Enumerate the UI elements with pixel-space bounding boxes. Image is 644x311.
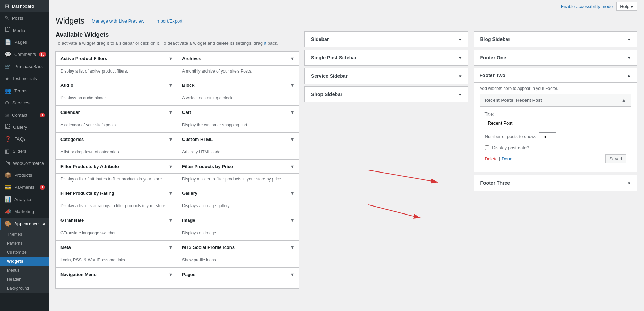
widget-calendar-header[interactable]: Calendar ▾ <box>56 106 177 119</box>
action-separator: | <box>498 157 502 161</box>
sidebar-item-label: Teams <box>14 88 27 93</box>
sidebar-item-services[interactable]: ⚙ Services <box>0 97 49 109</box>
available-widgets-desc: To activate a widget drag it to a sideba… <box>56 40 299 47</box>
chevron-down-icon: ▾ <box>291 190 294 196</box>
import-export-button[interactable]: Import/Export <box>152 17 186 25</box>
widget-filter-by-rating: Filter Products by Rating ▾ Display a li… <box>55 186 177 213</box>
themes-label: Themes <box>7 232 22 237</box>
sidebar-item-label: Analytics <box>14 197 32 202</box>
sidebar-item-media[interactable]: 🖼 Media <box>0 24 49 36</box>
customize-label: Customize <box>7 250 27 255</box>
sidebar-item-sliders[interactable]: ◧ Sliders <box>0 145 49 157</box>
sidebar-item-payments[interactable]: 💳 Payments 1 <box>0 181 49 193</box>
posts-count-label: Number of posts to show: <box>485 134 536 139</box>
posts-count-input[interactable] <box>539 132 556 141</box>
widget-meta-header[interactable]: Meta ▾ <box>56 241 177 254</box>
comments-badge: 15 <box>39 52 46 57</box>
sidebar-item-contact[interactable]: ✉ Contact 1 <box>0 109 49 121</box>
widget-filter-by-rating-header[interactable]: Filter Products by Rating ▾ <box>56 186 177 200</box>
sidebar-item-teams[interactable]: 👥 Teams <box>0 85 49 97</box>
sidebar-item-analytics[interactable]: 📊 Analytics <box>0 193 49 205</box>
sidebar-item-gallery[interactable]: 🖼 Gallery <box>0 121 49 133</box>
it-link[interactable]: it <box>264 41 267 46</box>
manage-live-preview-button[interactable]: Manage with Live Preview <box>88 17 148 25</box>
sidebar-item-label: FAQs <box>14 136 26 142</box>
chevron-down-icon: ▾ <box>169 136 172 143</box>
shop-sidebar-panel: Shop Sidebar ▾ <box>304 86 468 102</box>
sidebar-item-woocommerce[interactable]: 🛍 WooCommerce <box>0 157 49 169</box>
recent-posts-widget-header[interactable]: Recent Posts: Recent Post ▲ <box>480 94 631 107</box>
footer-two-desc: Add widgets here to appear in your Foote… <box>480 86 631 91</box>
help-button[interactable]: Help ▾ <box>616 2 637 11</box>
widget-active-product-filters-header[interactable]: Active Product Filters ▾ <box>56 52 177 66</box>
services-icon: ⚙ <box>5 100 9 106</box>
chevron-down-icon: ▾ <box>628 55 630 60</box>
chevron-down-icon: ▾ <box>169 190 172 196</box>
appearance-collapse-icon: ◄ <box>41 221 46 226</box>
page-header: Widgets Manage with Live Preview Import/… <box>56 16 637 26</box>
widget-navigation-menu-header[interactable]: Navigation Menu ▾ <box>56 268 177 281</box>
chevron-up-icon: ▲ <box>622 98 626 103</box>
sidebar-item-pages[interactable]: 📄 Pages <box>0 36 49 48</box>
sidebar-panel-header[interactable]: Sidebar ▾ <box>305 32 468 47</box>
single-post-sidebar-panel-header[interactable]: Single Post Sidebar ▾ <box>305 50 468 65</box>
title-label: Title: <box>485 111 626 117</box>
sidebar-item-comments[interactable]: 💬 Comments 15 <box>0 48 49 60</box>
widget-action-links: Delete | Done <box>485 156 513 161</box>
widget-block-header[interactable]: Block ▾ <box>177 78 299 92</box>
chevron-down-icon: ▾ <box>169 271 172 278</box>
done-link[interactable]: Done <box>502 156 512 161</box>
footer-two-panel-header[interactable]: Footer Two ▲ <box>474 68 637 82</box>
chevron-down-icon: ▾ <box>459 92 462 97</box>
widget-cart-header[interactable]: Cart ▾ <box>177 106 299 119</box>
accessibility-link[interactable]: Enable accessibility mode <box>561 4 613 9</box>
chevron-down-icon: ▾ <box>291 271 294 278</box>
sidebar-item-appearance[interactable]: 🎨 Appearance ◄ <box>0 218 49 230</box>
chevron-down-icon: ▾ <box>459 74 462 79</box>
sidebar-item-themes[interactable]: Themes <box>0 230 49 239</box>
widget-image-header[interactable]: Image ▾ <box>177 213 299 227</box>
sidebar-item-faqs[interactable]: ❓ FAQs <box>0 133 49 145</box>
widget-audio: Audio ▾ Displays an audio player. <box>55 78 177 106</box>
sidebar-item-header[interactable]: Header <box>0 275 49 284</box>
widget-filter-by-attribute-header[interactable]: Filter Products by Attribute ▾ <box>56 160 177 174</box>
left-panels-col: Sidebar ▾ Single Post Sidebar ▾ <box>304 31 468 191</box>
blog-sidebar-panel-header[interactable]: Blog Sidebar ▾ <box>474 32 637 47</box>
sidebar-item-dashboard[interactable]: ⊞ Dashboard <box>0 0 49 12</box>
sidebar-item-products[interactable]: 📦 Products <box>0 169 49 181</box>
sidebar-item-customize[interactable]: Customize <box>0 248 49 257</box>
sidebar-item-testimonials[interactable]: ★ Testimonials <box>0 73 49 85</box>
title-input[interactable] <box>485 118 626 128</box>
widget-filter-by-price-header[interactable]: Filter Products by Price ▾ <box>177 160 299 174</box>
sidebar-item-background[interactable]: Background <box>0 284 49 293</box>
widget-archives-header[interactable]: Archives ▾ <box>177 52 299 66</box>
sidebar-item-patterns[interactable]: Patterns <box>0 239 49 248</box>
widget-cart: Cart ▾ Display the customer shopping car… <box>177 105 299 133</box>
service-sidebar-panel-header[interactable]: Service Sidebar ▾ <box>305 68 468 84</box>
sidebar-item-posts[interactable]: ✎ Posts <box>0 12 49 24</box>
posts-icon: ✎ <box>5 15 9 22</box>
widget-active-product-filters: Active Product Filters ▾ Display a list … <box>55 51 177 79</box>
sidebar-item-label: WooCommerce <box>13 161 44 166</box>
analytics-icon: 📊 <box>5 196 11 203</box>
sidebar-item-menus[interactable]: Menus <box>0 266 49 275</box>
widget-gallery-header[interactable]: Gallery ▾ <box>177 186 299 200</box>
widget-gtranslate: GTranslate ▾ GTranslate language switche… <box>55 213 177 241</box>
widget-audio-header[interactable]: Audio ▾ <box>56 78 177 92</box>
widget-custom-html-header[interactable]: Custom HTML ▾ <box>177 133 299 146</box>
shop-sidebar-panel-header[interactable]: Shop Sidebar ▾ <box>305 87 468 102</box>
sidebar-item-marketing[interactable]: 📣 Marketing <box>0 205 49 218</box>
widget-gtranslate-header[interactable]: GTranslate ▾ <box>56 213 177 227</box>
widget-pages-header[interactable]: Pages ▾ <box>177 268 299 281</box>
footer-three-panel-header[interactable]: Footer Three ▾ <box>474 175 637 191</box>
widget-categories-header[interactable]: Categories ▾ <box>56 133 177 146</box>
chevron-down-icon: ▾ <box>291 82 294 89</box>
widget-mts-social-header[interactable]: MTS Social Profile Icons ▾ <box>177 241 299 254</box>
delete-link[interactable]: Delete <box>485 156 498 161</box>
footer-one-panel-header[interactable]: Footer One ▾ <box>474 50 637 65</box>
sidebar-item-label: Gallery <box>13 125 27 130</box>
sidebar-item-purchasebars[interactable]: 🛒 PurchaseBars <box>0 60 49 73</box>
sidebar-item-label: Products <box>14 173 32 178</box>
sidebar-item-widgets[interactable]: Widgets <box>0 257 49 266</box>
display-date-checkbox[interactable] <box>485 145 489 150</box>
